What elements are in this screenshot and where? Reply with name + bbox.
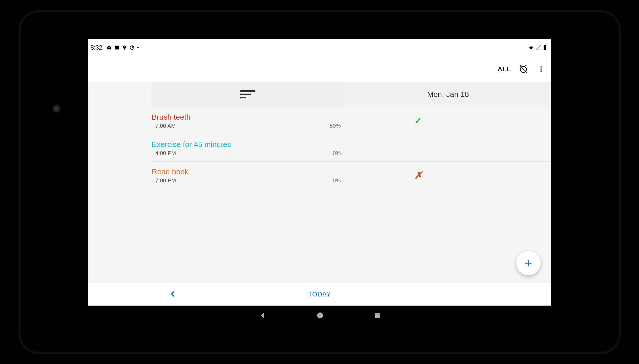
- status-cell[interactable]: [345, 134, 491, 161]
- status-cell[interactable]: ✗: [345, 162, 491, 189]
- status-cell[interactable]: ✓: [345, 107, 491, 134]
- battery-icon: [543, 45, 547, 51]
- signal-icon: [536, 45, 542, 50]
- check-icon: ✓: [414, 115, 422, 126]
- habit-time: 7:00 AM: [155, 123, 176, 129]
- status-left: 8:32 •: [91, 44, 139, 51]
- screen: 8:32 •: [88, 39, 551, 325]
- habit-row[interactable]: Read book 7:00 PM 0% ✗: [151, 162, 551, 189]
- status-right: [528, 45, 547, 51]
- habit-sub: 7:00 AM 50%: [152, 123, 341, 129]
- status-bar: 8:32 •: [88, 39, 551, 56]
- add-habit-fab[interactable]: +: [516, 251, 541, 275]
- location-icon: [122, 45, 127, 50]
- habit-percent: 0%: [333, 150, 341, 157]
- habit-sub: 7:00 PM 0%: [152, 177, 341, 184]
- habit-row[interactable]: Brush teeth 7:00 AM 50% ✓: [151, 107, 551, 134]
- alarm-off-icon[interactable]: [518, 63, 529, 75]
- app-icon: [114, 45, 119, 50]
- content-area: Mon, Jan 18 Brush teeth 7:00 AM 50% ✓: [88, 82, 551, 283]
- habit-time: 7:00 PM: [155, 177, 176, 184]
- tablet-frame: 8:32 •: [18, 10, 621, 354]
- svg-point-8: [540, 71, 542, 72]
- svg-rect-13: [375, 313, 380, 318]
- svg-point-6: [540, 66, 542, 68]
- sort-button[interactable]: [151, 82, 345, 107]
- home-button[interactable]: [317, 312, 324, 319]
- habit-cell: Exercise for 45 minutes 4:00 PM 0%: [151, 134, 345, 161]
- dot-icon: •: [137, 45, 139, 50]
- habit-percent: 50%: [329, 123, 341, 129]
- front-camera: [53, 105, 60, 113]
- system-nav-bar: [88, 306, 551, 325]
- previous-day-button[interactable]: [169, 290, 177, 299]
- date-label: Mon, Jan 18: [427, 90, 469, 99]
- svg-rect-10: [240, 94, 251, 95]
- app-bar: ALL: [88, 56, 551, 82]
- today-button[interactable]: TODAY: [88, 290, 551, 298]
- back-button[interactable]: [258, 312, 266, 319]
- date-header[interactable]: Mon, Jan 18: [345, 82, 551, 107]
- svg-point-7: [540, 68, 542, 70]
- habit-cell: Read book 7:00 PM 0%: [151, 162, 345, 189]
- wifi-icon: [528, 45, 534, 50]
- habit-row[interactable]: Exercise for 45 minutes 4:00 PM 0%: [151, 134, 551, 162]
- sort-icon: [240, 89, 255, 99]
- header-spacer: [88, 82, 151, 107]
- habit-sub: 4:00 PM 0%: [152, 150, 341, 157]
- svg-rect-11: [240, 97, 246, 98]
- habit-time: 4:00 PM: [155, 150, 176, 157]
- svg-point-12: [317, 312, 323, 318]
- habit-percent: 0%: [333, 177, 341, 184]
- habit-title: Read book: [152, 167, 341, 176]
- habit-title: Exercise for 45 minutes: [152, 140, 341, 149]
- status-time: 8:32: [91, 44, 102, 51]
- habit-title: Brush teeth: [152, 113, 341, 122]
- bottom-nav: TODAY: [88, 283, 551, 306]
- more-icon[interactable]: [535, 63, 547, 75]
- habits-list: Brush teeth 7:00 AM 50% ✓ Exercise for 4…: [88, 107, 551, 189]
- habit-cell: Brush teeth 7:00 AM 50%: [151, 107, 345, 134]
- svg-rect-9: [240, 90, 255, 92]
- svg-rect-2: [544, 45, 546, 50]
- data-icon: [130, 45, 135, 50]
- filter-all-button[interactable]: ALL: [498, 65, 511, 73]
- plus-icon: +: [525, 256, 532, 270]
- svg-rect-3: [544, 45, 545, 45]
- svg-rect-0: [115, 46, 119, 50]
- mail-icon: [106, 45, 112, 50]
- recents-button[interactable]: [374, 312, 381, 319]
- cross-icon: ✗: [414, 170, 422, 181]
- header-row: Mon, Jan 18: [88, 82, 551, 107]
